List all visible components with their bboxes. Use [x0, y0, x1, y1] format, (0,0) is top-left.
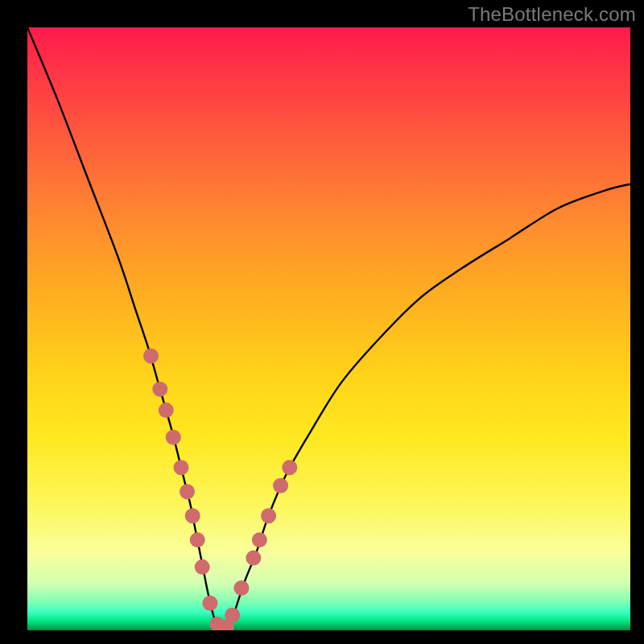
bottleneck-curve: [27, 27, 630, 630]
highlight-dots: [143, 349, 297, 630]
highlight-dot: [152, 382, 167, 397]
highlight-dot: [233, 580, 249, 596]
highlight-dot: [185, 508, 200, 523]
highlight-dot: [143, 349, 159, 364]
highlight-dot: [173, 460, 188, 475]
highlight-dot: [261, 508, 276, 523]
highlight-dot: [202, 596, 217, 611]
highlight-dot: [180, 484, 195, 499]
plot-area: [27, 27, 630, 630]
highlight-dot: [159, 402, 174, 418]
highlight-dot: [225, 608, 240, 623]
highlight-dot: [166, 430, 181, 445]
highlight-dot: [252, 532, 267, 547]
highlight-dot: [246, 551, 261, 566]
bottleneck-curve-svg: [27, 27, 630, 630]
watermark-text: TheBottleneck.com: [468, 3, 636, 26]
highlight-dot: [195, 559, 210, 575]
highlight-dot: [190, 532, 205, 547]
frame-black: TheBottleneck.com: [0, 0, 644, 644]
highlight-dot: [273, 478, 288, 493]
highlight-dot: [282, 460, 297, 475]
